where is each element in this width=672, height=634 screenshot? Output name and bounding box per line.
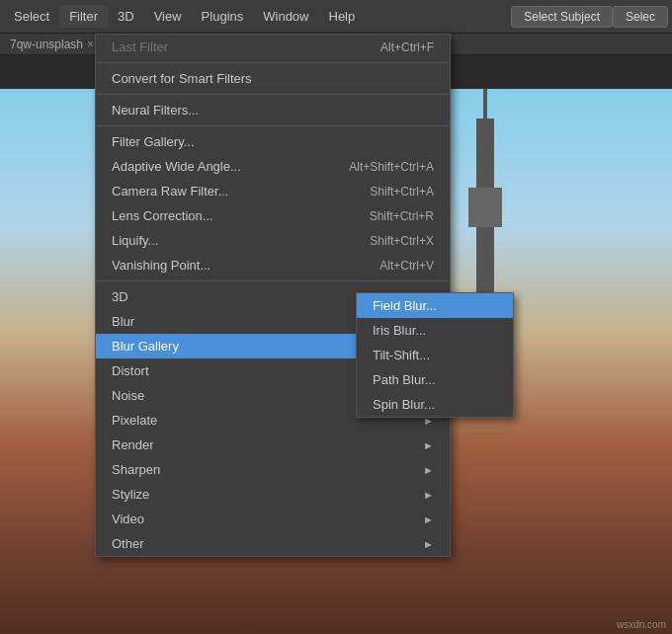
select-subject-button[interactable]: Select Subject [511, 6, 613, 28]
menu-item-select[interactable]: Select [4, 5, 59, 28]
menu-item-help[interactable]: Help [319, 5, 366, 28]
path-blur-label: Path Blur... [373, 372, 436, 387]
iris-blur-label: Iris Blur... [373, 323, 426, 338]
filter-gallery-label: Filter Gallery... [112, 134, 434, 149]
other-arrow: ► [423, 538, 434, 550]
vanishing-point-shortcut: Alt+Ctrl+V [379, 259, 434, 273]
menu-item-camera-raw[interactable]: Camera Raw Filter... Shift+Ctrl+A [96, 179, 450, 203]
separator-1 [96, 62, 450, 63]
menu-item-filter[interactable]: Filter [59, 5, 108, 28]
adaptive-wide-label: Adaptive Wide Angle... [112, 159, 329, 174]
blur-gallery-submenu[interactable]: Field Blur... Iris Blur... Tilt-Shift...… [356, 292, 514, 418]
menu-item-3d[interactable]: 3D [108, 5, 144, 28]
menu-item-neural-filters[interactable]: Neural Filters... [96, 98, 450, 122]
sharpen-label: Sharpen [112, 462, 423, 477]
file-tab-label: 7qw-unsplash [10, 38, 83, 51]
menu-item-sharpen[interactable]: Sharpen ► [96, 457, 450, 482]
video-label: Video [112, 512, 423, 526]
menu-item-video[interactable]: Video ► [96, 507, 450, 531]
menu-item-window[interactable]: Window [253, 5, 318, 28]
field-blur-label: Field Blur... [373, 298, 437, 313]
select-button[interactable]: Selec [613, 6, 668, 28]
menu-item-last-filter[interactable]: Last Filter Alt+Ctrl+F [96, 35, 450, 59]
submenu-item-field-blur[interactable]: Field Blur... [357, 293, 513, 318]
menu-item-lens-correction[interactable]: Lens Correction... Shift+Ctrl+R [96, 203, 450, 228]
submenu-item-iris-blur[interactable]: Iris Blur... [357, 318, 513, 343]
menu-bar: Select Filter 3D View Plugins Window Hel… [0, 0, 672, 34]
camera-raw-label: Camera Raw Filter... [112, 184, 350, 198]
last-filter-shortcut: Alt+Ctrl+F [380, 40, 434, 54]
stylize-arrow: ► [423, 489, 434, 501]
sharpen-arrow: ► [423, 464, 434, 476]
submenu-item-spin-blur[interactable]: Spin Blur... [357, 392, 513, 417]
tower-base [468, 188, 502, 227]
adaptive-wide-shortcut: Alt+Shift+Ctrl+A [349, 160, 434, 174]
convert-smart-label: Convert for Smart Filters [112, 71, 434, 86]
tilt-shift-label: Tilt-Shift... [373, 348, 430, 362]
video-arrow: ► [423, 514, 434, 525]
vanishing-point-label: Vanishing Point... [112, 258, 360, 273]
liquify-label: Liquify... [112, 233, 350, 248]
separator-4 [96, 280, 450, 281]
neural-filters-label: Neural Filters... [112, 103, 434, 118]
menu-item-other[interactable]: Other ► [96, 531, 450, 556]
last-filter-label: Last Filter [112, 40, 361, 54]
menu-item-vanishing-point[interactable]: Vanishing Point... Alt+Ctrl+V [96, 253, 450, 277]
menu-item-liquify[interactable]: Liquify... Shift+Ctrl+X [96, 228, 450, 253]
menu-item-stylize[interactable]: Stylize ► [96, 482, 450, 507]
separator-2 [96, 94, 450, 95]
menu-item-filter-gallery[interactable]: Filter Gallery... [96, 129, 450, 154]
lens-correction-shortcut: Shift+Ctrl+R [370, 209, 434, 223]
other-label: Other [112, 536, 423, 551]
menu-item-convert-smart[interactable]: Convert for Smart Filters [96, 66, 450, 91]
stylize-label: Stylize [112, 487, 423, 502]
liquify-shortcut: Shift+Ctrl+X [370, 234, 434, 248]
render-arrow: ► [423, 439, 434, 451]
menu-item-adaptive-wide[interactable]: Adaptive Wide Angle... Alt+Shift+Ctrl+A [96, 154, 450, 179]
submenu-item-tilt-shift[interactable]: Tilt-Shift... [357, 343, 513, 367]
submenu-item-path-blur[interactable]: Path Blur... [357, 367, 513, 392]
menu-item-plugins[interactable]: Plugins [192, 5, 254, 28]
render-label: Render [112, 437, 423, 452]
camera-raw-shortcut: Shift+Ctrl+A [370, 185, 434, 198]
menu-item-view[interactable]: View [144, 5, 192, 28]
spin-blur-label: Spin Blur... [373, 397, 435, 412]
separator-3 [96, 125, 450, 126]
menu-item-render[interactable]: Render ► [96, 433, 450, 457]
lens-correction-label: Lens Correction... [112, 208, 350, 223]
